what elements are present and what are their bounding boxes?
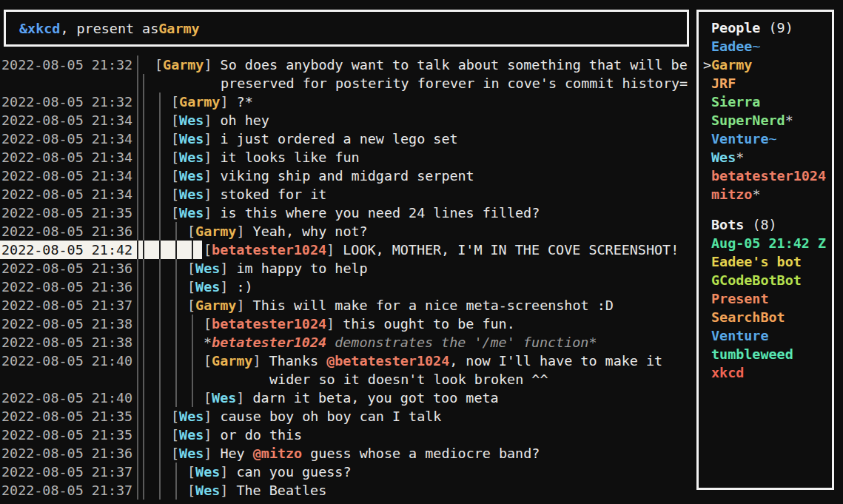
- list-indent: [703, 93, 711, 111]
- people-list-item[interactable]: Venture~: [703, 130, 832, 148]
- user-name: Venture: [711, 130, 769, 148]
- nick-bracket-open: [: [187, 224, 195, 239]
- list-indent: [703, 308, 711, 326]
- gutter-divider: [133, 389, 143, 407]
- chat-row[interactable]: 2022-08-05 21:40[Wes] darn it beta, you …: [0, 389, 696, 407]
- chat-row[interactable]: 2022-08-05 21:34[Wes] viking ship and mi…: [0, 167, 696, 185]
- user-name: betatester1024: [711, 167, 826, 185]
- nick-bracket-close: ]: [204, 112, 220, 128]
- gutter-divider: [133, 185, 143, 204]
- bot-list-item[interactable]: xkcd: [703, 363, 832, 382]
- bot-list-item[interactable]: tumbleweed: [703, 345, 832, 363]
- nick-bracket-open: [: [155, 57, 163, 73]
- chat-message-text: [Wes] stoked for it: [171, 185, 696, 204]
- thread-rail: [175, 278, 187, 296]
- nick-bracket-open: [: [171, 149, 179, 165]
- thread-rail: [159, 444, 171, 463]
- people-list-item[interactable]: JRF: [703, 74, 832, 93]
- nick-bracket-open: [: [204, 242, 212, 258]
- people-list-item[interactable]: betatester1024: [703, 167, 832, 185]
- message-segment: Hey: [220, 446, 252, 461]
- chat-row[interactable]: 2022-08-05 21:32[Garmy] ?*: [0, 93, 696, 111]
- list-indent: [703, 271, 711, 289]
- user-name: SearchBot: [711, 308, 785, 326]
- chat-row[interactable]: 2022-08-05 21:34[Wes] stoked for it: [0, 185, 696, 204]
- bot-list-item[interactable]: Eadee's bot: [703, 252, 832, 271]
- chat-row[interactable]: 2022-08-05 21:36[Wes] :): [0, 278, 696, 296]
- chat-row[interactable]: 2022-08-05 21:40[Garmy] Thanks @betatest…: [0, 352, 696, 389]
- chat-row[interactable]: 2022-08-05 21:38[betatester1024] this ou…: [0, 315, 696, 333]
- bot-list-item[interactable]: Aug-05 21:42 Z: [703, 234, 832, 252]
- chat-row[interactable]: 2022-08-05 21:35[Wes] cause boy oh boy c…: [0, 407, 696, 426]
- thread-rail: [159, 93, 171, 111]
- nick-bracket-open: [: [187, 261, 195, 276]
- timestamp: 2022-08-05 21:35: [0, 407, 133, 426]
- message-nick: Wes: [195, 261, 220, 276]
- chat-row[interactable]: 2022-08-05 21:32[Garmy] So does anybody …: [0, 56, 696, 93]
- chat-row[interactable]: 2022-08-05 21:37[Wes] The Beatles: [0, 481, 696, 500]
- thread-rail: [143, 444, 159, 463]
- message-segment: @betatester1024: [326, 353, 449, 369]
- thread-rail: [143, 352, 159, 389]
- message-segment: i just ordered a new lego set: [220, 131, 457, 147]
- message-nick: Wes: [195, 279, 220, 295]
- nick-bracket-open: [: [204, 353, 212, 369]
- chat-row[interactable]: 2022-08-05 21:42[betatester1024] LOOK, M…: [0, 241, 696, 259]
- channel-name: &xkcd: [19, 21, 60, 36]
- chat-row[interactable]: 2022-08-05 21:35[Wes] is this where you …: [0, 204, 696, 222]
- people-list-item[interactable]: mitzo*: [703, 185, 832, 204]
- chat-row[interactable]: 2022-08-05 21:34[Wes] i just ordered a n…: [0, 130, 696, 148]
- bot-list-item[interactable]: Present: [703, 289, 832, 308]
- people-list-item[interactable]: >Garmy: [703, 56, 832, 74]
- header-current-nick: Garmy: [158, 21, 199, 36]
- bot-list-item[interactable]: GCodeBotBot: [703, 271, 832, 289]
- people-list-item[interactable]: SuperNerd*: [703, 111, 832, 130]
- bot-list-item[interactable]: SearchBot: [703, 308, 832, 326]
- message-segment: @mitzo: [253, 446, 302, 461]
- thread-rail: [159, 148, 171, 167]
- chat-row[interactable]: 2022-08-05 21:34[Wes] it looks like fun: [0, 148, 696, 167]
- list-indent: [703, 289, 711, 308]
- thread-rail: [143, 389, 159, 407]
- message-segment: Thanks: [269, 353, 327, 369]
- chat-row[interactable]: 2022-08-05 21:36[Wes] im happy to help: [0, 259, 696, 278]
- chat-row[interactable]: 2022-08-05 21:36[Garmy] Yeah, why not?: [0, 222, 696, 241]
- thread-rail: [159, 407, 171, 426]
- people-list-item[interactable]: Wes*: [703, 148, 832, 167]
- section-gap: [703, 204, 832, 215]
- chat-row[interactable]: 2022-08-05 21:34[Wes] oh hey: [0, 111, 696, 130]
- gutter-divider: [133, 352, 143, 389]
- user-name: Eadee's bot: [711, 252, 802, 271]
- message-segment: can you guess?: [236, 464, 351, 480]
- people-list-item[interactable]: Eadee~: [703, 37, 832, 56]
- gutter-divider: [133, 278, 143, 296]
- message-nick: betatester1024: [212, 316, 326, 332]
- thread-rail: [143, 111, 159, 130]
- thread-rail: [192, 333, 204, 352]
- thread-rail: [159, 130, 171, 148]
- chat-row[interactable]: 2022-08-05 21:37[Garmy] This will make f…: [0, 296, 696, 315]
- nick-bracket-close: ]: [236, 224, 252, 239]
- user-name: mitzo: [711, 185, 752, 204]
- thread-rail: [192, 315, 204, 333]
- bot-list-item[interactable]: Venture: [703, 326, 832, 345]
- thread-rail: [143, 148, 159, 167]
- message-segment: stoked for it: [220, 187, 326, 202]
- chat-row[interactable]: 2022-08-05 21:37[Wes] can you guess?: [0, 463, 696, 481]
- thread-rail: [159, 278, 175, 296]
- people-list-item[interactable]: Sierra: [703, 93, 832, 111]
- timestamp: 2022-08-05 21:36: [0, 259, 133, 278]
- thread-rail: [175, 463, 187, 481]
- bots-list: Aug-05 21:42 Z Eadee's bot GCodeBotBot P…: [703, 234, 832, 382]
- chat-row[interactable]: 2022-08-05 21:35[Wes] or do this: [0, 426, 696, 444]
- chat-message-text: [Wes] can you guess?: [187, 463, 696, 481]
- chat-row[interactable]: 2022-08-05 21:36[Wes] Hey @mitzo guess w…: [0, 444, 696, 463]
- chat-row[interactable]: 2022-08-05 21:38*betatester1024 demonstr…: [0, 333, 696, 352]
- nick-bracket-close: ]: [220, 261, 236, 276]
- nick-bracket-open: [: [187, 483, 195, 498]
- thread-rail: [175, 296, 187, 315]
- user-mode-suffix: *: [785, 111, 793, 130]
- nick-bracket-close: ]: [220, 279, 236, 295]
- list-indent: [703, 185, 711, 204]
- thread-rail: [192, 241, 204, 259]
